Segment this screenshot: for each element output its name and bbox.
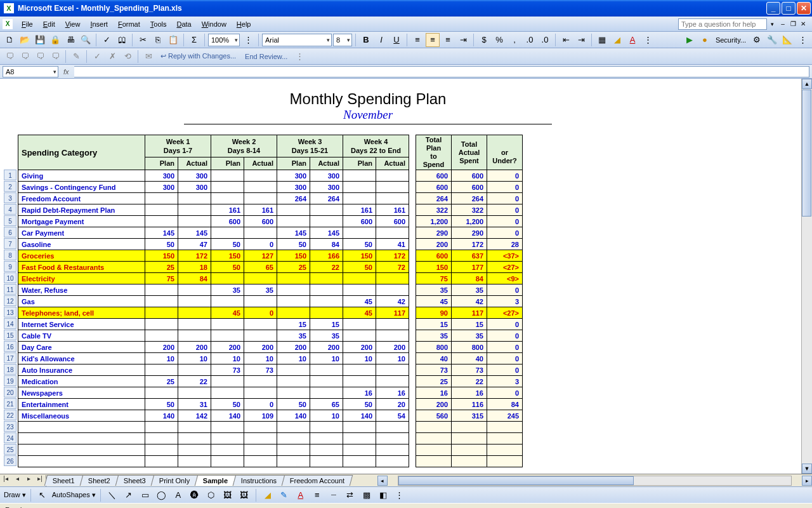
- cell[interactable]: [409, 182, 416, 193]
- cell[interactable]: 140: [211, 410, 244, 422]
- cell[interactable]: 150: [343, 250, 376, 262]
- cell[interactable]: 161: [376, 204, 409, 216]
- cell[interactable]: [376, 227, 409, 239]
- print-icon[interactable]: 🖶: [63, 33, 77, 47]
- cell[interactable]: [343, 422, 376, 433]
- cell[interactable]: [452, 444, 487, 456]
- cell[interactable]: 0: [244, 239, 277, 250]
- cell[interactable]: 20: [376, 399, 409, 410]
- cell[interactable]: 200: [310, 342, 343, 353]
- cell[interactable]: [178, 422, 211, 433]
- cell[interactable]: [244, 456, 277, 467]
- cell[interactable]: 200: [343, 342, 376, 353]
- cell[interactable]: 40: [452, 353, 487, 364]
- toolbar-options-icon[interactable]: ⋮: [292, 50, 306, 64]
- cell[interactable]: 172: [178, 250, 211, 262]
- cell[interactable]: 3: [487, 296, 523, 307]
- cell[interactable]: [277, 364, 310, 376]
- cell[interactable]: 117: [376, 307, 409, 319]
- cell[interactable]: 290: [452, 227, 487, 239]
- next-comment-icon[interactable]: 🗨: [33, 50, 47, 64]
- table-row[interactable]: Gasoline50475005084504120017228: [18, 239, 523, 250]
- cell[interactable]: [178, 444, 211, 456]
- scroll-up-icon[interactable]: ▲: [802, 79, 812, 89]
- cell[interactable]: TotalActualSpent: [452, 135, 487, 170]
- cell[interactable]: [409, 319, 416, 330]
- cell[interactable]: [409, 296, 416, 307]
- cell[interactable]: 300: [310, 182, 343, 193]
- excel-small-icon[interactable]: X: [3, 19, 13, 29]
- cell[interactable]: Gasoline: [18, 239, 145, 250]
- cell[interactable]: [145, 330, 178, 342]
- cell[interactable]: Plan: [211, 157, 244, 170]
- cell[interactable]: 84: [310, 239, 343, 250]
- table-row[interactable]: Day Care2002002002002002002002008008000: [18, 342, 523, 353]
- cell[interactable]: [310, 216, 343, 227]
- cell[interactable]: Plan: [145, 157, 178, 170]
- cell[interactable]: 35: [452, 284, 487, 296]
- cell[interactable]: [343, 376, 376, 387]
- cell[interactable]: 600: [244, 216, 277, 227]
- menu-file[interactable]: File: [16, 18, 38, 30]
- table-row[interactable]: [18, 444, 523, 456]
- cell[interactable]: [310, 204, 343, 216]
- cell[interactable]: 16: [452, 387, 487, 399]
- save-icon[interactable]: 💾: [33, 33, 47, 47]
- cell[interactable]: 0: [487, 353, 523, 364]
- help-dropdown-icon[interactable]: ▾: [771, 21, 774, 27]
- cell[interactable]: 600: [452, 170, 487, 182]
- menu-insert[interactable]: Insert: [85, 18, 113, 30]
- cell[interactable]: [18, 444, 145, 456]
- cell[interactable]: [211, 170, 244, 182]
- cell[interactable]: <37>: [487, 250, 523, 262]
- table-row[interactable]: Miscellaneous140142140109140101405456031…: [18, 410, 523, 422]
- cell[interactable]: 50: [277, 399, 310, 410]
- cell[interactable]: [145, 433, 178, 444]
- cell[interactable]: 25: [416, 376, 452, 387]
- sheet-tab-sheet1[interactable]: Sheet1: [44, 475, 83, 486]
- rectangle-icon[interactable]: ▭: [138, 488, 152, 502]
- cell[interactable]: [409, 273, 416, 284]
- cell[interactable]: [409, 376, 416, 387]
- cell[interactable]: [211, 444, 244, 456]
- table-row[interactable]: [18, 422, 523, 433]
- cell[interactable]: [409, 433, 416, 444]
- arrow-style-icon[interactable]: ⇄: [343, 488, 357, 502]
- textbox-icon[interactable]: A: [171, 488, 185, 502]
- cell[interactable]: [244, 182, 277, 193]
- cell[interactable]: [211, 456, 244, 467]
- cell[interactable]: [310, 273, 343, 284]
- cell[interactable]: 50: [343, 239, 376, 250]
- cell[interactable]: [145, 193, 178, 204]
- cell[interactable]: 300: [277, 182, 310, 193]
- cell[interactable]: 127: [244, 250, 277, 262]
- cell[interactable]: 35: [244, 284, 277, 296]
- cell[interactable]: [343, 273, 376, 284]
- cell[interactable]: 116: [452, 399, 487, 410]
- cell[interactable]: 315: [452, 410, 487, 422]
- row-header[interactable]: 11: [4, 284, 16, 295]
- table-row[interactable]: [18, 456, 523, 467]
- cell[interactable]: [277, 444, 310, 456]
- 3d-icon[interactable]: ◧: [376, 488, 390, 502]
- cell[interactable]: [178, 193, 211, 204]
- table-row[interactable]: Electricity75847584<9>: [18, 273, 523, 284]
- row-header[interactable]: 23: [4, 421, 16, 432]
- cell[interactable]: 73: [452, 364, 487, 376]
- cell[interactable]: [178, 296, 211, 307]
- cell[interactable]: [409, 422, 416, 433]
- table-row[interactable]: Savings - Contingency Fund30030030030060…: [18, 182, 523, 193]
- cell[interactable]: 0: [244, 399, 277, 410]
- cell[interactable]: 145: [277, 227, 310, 239]
- cell[interactable]: 800: [416, 342, 452, 353]
- cell[interactable]: Water, Refuse: [18, 284, 145, 296]
- cell[interactable]: 22: [310, 262, 343, 273]
- cell[interactable]: 161: [244, 204, 277, 216]
- cell[interactable]: 35: [277, 330, 310, 342]
- cell[interactable]: 300: [178, 182, 211, 193]
- cell[interactable]: 200: [277, 342, 310, 353]
- table-row[interactable]: Telephones; land, cell4504511790117<27>: [18, 307, 523, 319]
- cell[interactable]: 166: [310, 250, 343, 262]
- row-header[interactable]: 7: [4, 238, 16, 249]
- cell[interactable]: 150: [211, 250, 244, 262]
